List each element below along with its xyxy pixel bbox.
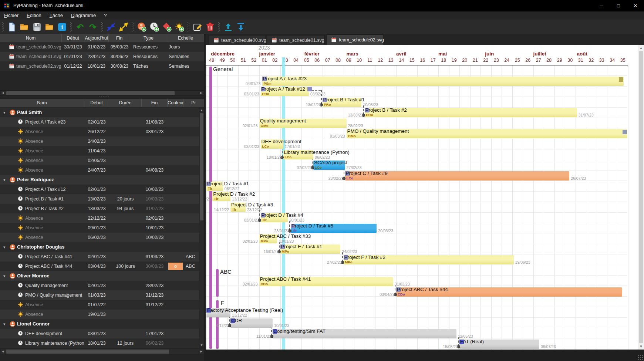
collapse-triangle-icon[interactable]: ▾ [3,108,6,117]
absence-row[interactable]: Absence26/12/2203/01/23 [0,127,204,136]
move-down-button[interactable] [235,21,246,33]
absence-row[interactable]: Absence22/12/2202/01/23 [0,213,204,223]
new-document-button[interactable] [6,21,17,33]
undo-button[interactable]: ↶ [75,21,86,33]
close-button[interactable]: ✕ [627,0,644,11]
task-debut: 22/12/22 [84,213,109,223]
collapse-button[interactable] [105,21,117,33]
task-row[interactable]: DEF development03/01/2317/01/23 [0,329,204,338]
file-name: team_schedule00.svg [16,42,62,52]
person-row[interactable]: ▾Oliver Monroe [0,271,204,281]
column-header-echelle[interactable]: Echelle [167,34,204,42]
grid-row-line [206,97,627,97]
absence-row[interactable]: Absence19/01/23 [0,310,204,319]
column-header-couleur[interactable]: Couleur [168,99,183,107]
edit-item-button[interactable] [192,21,203,33]
person-row[interactable]: ▾Peter Rodriguez [0,175,204,185]
absence-row[interactable]: Absence06/02/2310/02/23 [0,233,204,242]
collapse-triangle-icon[interactable]: ▾ [3,242,6,252]
column-header-fin[interactable]: Fin [109,34,130,42]
column-header-type[interactable]: Type [130,34,167,42]
scroll-down-icon[interactable]: ▼ [638,344,644,349]
open-document-button[interactable] [19,21,30,33]
scroll-up-icon[interactable]: ▲ [199,108,204,113]
absence-row[interactable]: Absence01/07/2231/12/22 [0,300,204,310]
resize-grip[interactable] [638,355,643,360]
column-header-aujourdhui[interactable]: Aujourd'hui [84,34,109,42]
person-row[interactable]: ▾Christopher Douglas [0,242,204,252]
column-header-nom[interactable]: Nom [0,99,84,107]
column-header-fin[interactable]: Fin [142,99,168,107]
scroll-thumb[interactable] [639,51,643,343]
add-resource-button[interactable] [136,21,147,33]
gantt-vertical-scrollbar[interactable]: ▲▼ [638,45,644,350]
task-row[interactable]: Library maintenance (Python)18/01/2312 j… [0,338,204,348]
column-header-pr[interactable]: Pr [183,99,204,107]
expand-button[interactable] [118,21,129,33]
task-row[interactable]: Project A / Task #2302/01/2331/08/23 [0,117,204,127]
absence-row[interactable]: Absence02/05/23 [0,156,204,165]
minimize-button[interactable]: ─ [593,0,610,11]
add-leave-button[interactable] [174,21,185,33]
absence-row[interactable]: Absence24/02/23 [0,136,204,146]
scroll-right-icon[interactable]: ► [199,349,204,354]
column-header-dbut[interactable]: Début [62,34,84,42]
menu-diagramme[interactable]: Diagramme [67,11,100,20]
absence-row[interactable]: Absence11/04/23 [0,146,204,156]
add-milestone-button[interactable] [161,21,172,33]
scroll-up-icon[interactable]: ▲ [638,45,644,51]
save-button[interactable] [31,21,43,33]
collapse-triangle-icon[interactable]: ▾ [3,175,6,185]
task-duree [109,117,142,127]
file-row[interactable]: team_schedule00.svg30/01/2301/02/2305/03… [0,42,204,52]
task-row[interactable]: Project ABC / Task #4403/04/23100 jours3… [0,262,204,271]
add-duration-button[interactable] [149,21,160,33]
task-row[interactable]: PMO / Quality management01/03/2331/12/23 [0,290,204,300]
move-up-button[interactable] [223,21,234,33]
open-folder-button[interactable] [44,21,55,33]
panel-splitter[interactable]: ······ [99,94,109,99]
tasks-table-vscrollbar[interactable]: ▲▼ [199,108,204,348]
tab-team_schedule01svg[interactable]: team_schedule01.svg [267,35,325,45]
file-row[interactable]: team_schedule02.svg01/12/2218/01/2330/08… [0,61,204,71]
task-row[interactable]: Project ABC / Task #4102/01/2331/03/23AB… [0,252,204,262]
column-header-dbut[interactable]: Début [84,99,109,107]
redo-button[interactable]: ↷ [87,21,98,33]
collapse-triangle-icon[interactable]: ▾ [3,271,6,281]
tab-team_schedule00svg[interactable]: team_schedule00.svg [209,35,265,45]
menu-fichier[interactable]: Fichier [0,11,23,20]
task-row[interactable]: Project B / Task #113/02/2320 jours10/03… [0,194,204,204]
maximize-button[interactable]: □ [610,0,627,11]
gantt-bar-initials: OMo [348,134,356,138]
person-row[interactable]: ▾Lionel Connor [0,319,204,329]
timeline-week: 30 [567,58,573,63]
task-row[interactable]: Project A / Task #1202/01/2310/02/23 [0,185,204,194]
collapse-triangle-icon[interactable]: ▾ [3,319,6,329]
absence-row[interactable]: Absence09/01/2310/01/23 [0,223,204,233]
person-row[interactable]: ▾Paul Smith [0,108,204,117]
clock-icon [18,119,23,126]
scroll-thumb[interactable] [6,350,169,354]
scroll-left-icon[interactable]: ◄ [0,349,6,354]
menu-tche[interactable]: Tâche [45,11,67,20]
scroll-right-icon[interactable]: ► [199,91,204,95]
column-header-nom[interactable]: Nom [0,34,62,42]
column-header-dure[interactable]: Durée [109,99,142,107]
absence-row[interactable]: Absence24/07/2304/08/23 [0,165,204,175]
scroll-thumb[interactable] [6,91,175,95]
scroll-down-icon[interactable]: ▼ [199,343,204,348]
info-button[interactable]: i [57,21,68,33]
tab-team_schedule02svg[interactable]: team_schedule02.svg [326,34,383,45]
menu-?[interactable]: ? [100,11,111,20]
file-type: Tâches [133,61,167,71]
scroll-thumb[interactable] [200,113,203,220]
tasks-table-hscrollbar[interactable]: ◄► [0,349,204,354]
menu-edition[interactable]: Edition [23,11,45,20]
file-row[interactable]: team_schedule01.svg01/01/2323/01/2330/06… [0,52,204,61]
scroll-left-icon[interactable]: ◄ [0,91,6,95]
file-aujourdhui: 01/02/23 [84,42,109,52]
delete-item-button[interactable] [205,21,216,33]
task-row[interactable]: Quality management02/01/2328/02/23 [0,281,204,290]
gantt-bar-A23[interactable] [262,77,624,86]
task-row[interactable]: Project B / Task #213/03/2394 jours31/07… [0,204,204,213]
